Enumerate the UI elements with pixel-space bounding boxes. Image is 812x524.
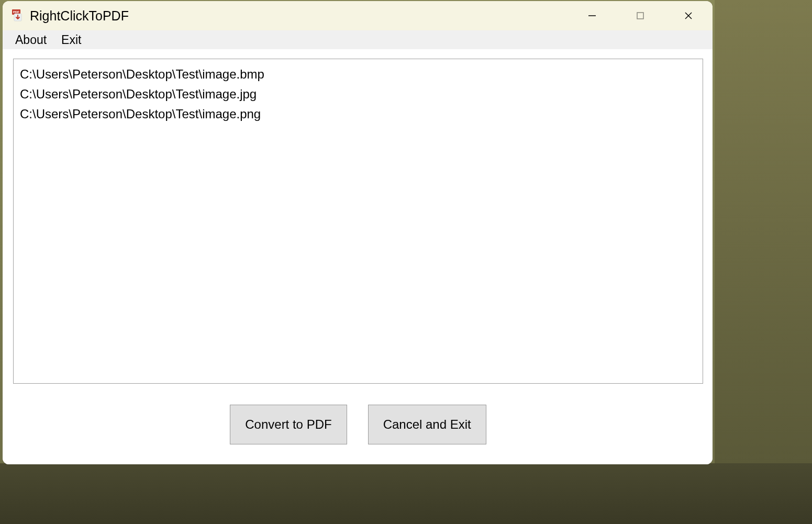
menu-exit[interactable]: Exit: [54, 32, 88, 48]
button-row: Convert to PDF Cancel and Exit: [13, 384, 703, 455]
desktop-background-strip: [715, 0, 812, 463]
convert-button[interactable]: Convert to PDF: [230, 405, 347, 444]
window-controls: [568, 1, 713, 30]
pdf-app-icon: PDF: [11, 9, 25, 23]
close-icon: [684, 11, 693, 20]
close-button[interactable]: [664, 1, 713, 30]
menu-about[interactable]: About: [8, 32, 54, 48]
maximize-button[interactable]: [616, 1, 664, 30]
file-item[interactable]: C:\Users\Peterson\Desktop\Test\image.png: [20, 104, 696, 124]
maximize-icon: [636, 11, 645, 20]
titlebar[interactable]: PDF RightClickToPDF: [3, 1, 713, 30]
minimize-icon: [587, 11, 597, 20]
svg-text:PDF: PDF: [13, 10, 19, 14]
taskbar-strip: [0, 463, 812, 524]
file-item[interactable]: C:\Users\Peterson\Desktop\Test\image.bmp: [20, 64, 696, 84]
window-title: RightClickToPDF: [30, 8, 129, 24]
app-window: PDF RightClickToPDF: [3, 1, 713, 464]
svg-rect-4: [637, 13, 643, 19]
cancel-button[interactable]: Cancel and Exit: [368, 405, 486, 444]
menubar: About Exit: [3, 30, 713, 49]
file-item[interactable]: C:\Users\Peterson\Desktop\Test\image.jpg: [20, 84, 696, 104]
main-content: C:\Users\Peterson\Desktop\Test\image.bmp…: [3, 49, 713, 464]
minimize-button[interactable]: [568, 1, 616, 30]
file-list[interactable]: C:\Users\Peterson\Desktop\Test\image.bmp…: [13, 59, 703, 384]
